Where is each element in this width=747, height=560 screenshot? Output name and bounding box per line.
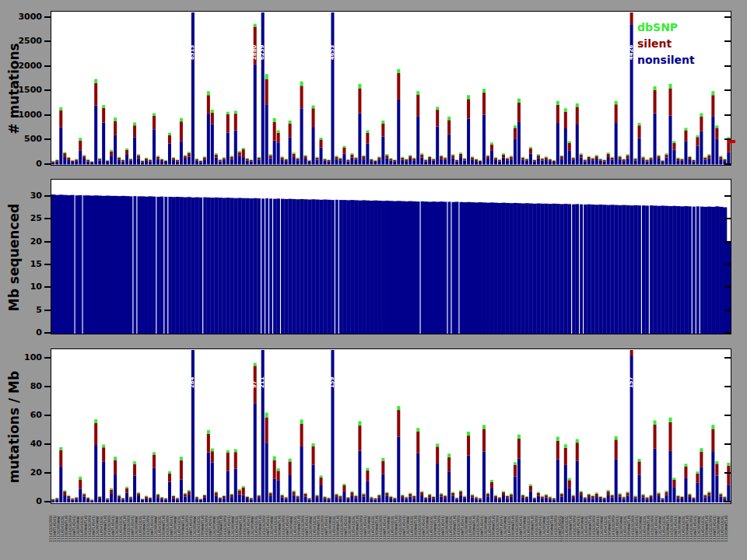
- bar-segment: [715, 128, 718, 138]
- bar-segment: [207, 95, 210, 114]
- bar-segment: [296, 199, 300, 334]
- bar-segment: [90, 162, 93, 163]
- bar-segment: [654, 114, 657, 165]
- bar-segment: [327, 159, 330, 160]
- bar-segment: [254, 24, 257, 27]
- bar-segment: [506, 160, 509, 164]
- bar-segment: [370, 201, 374, 334]
- bar-segment: [502, 155, 505, 158]
- bar-segment: [401, 201, 405, 334]
- legend-item-nonsilent: nonsilent: [637, 52, 695, 68]
- bar-segment: [362, 493, 365, 494]
- bar-segment: [475, 497, 478, 499]
- axis-tick: [724, 218, 731, 219]
- bar-segment: [219, 198, 223, 334]
- bar-segment: [168, 474, 171, 481]
- bar-segment: [668, 418, 672, 422]
- bar-segment: [156, 494, 160, 495]
- bar-segment: [420, 155, 423, 158]
- bar-segment: [502, 491, 505, 492]
- bar-segment: [595, 492, 598, 493]
- bar-segment: [180, 457, 183, 460]
- bar-segment: [475, 202, 479, 334]
- bar-segment: [440, 494, 443, 496]
- bar-segment: [381, 124, 384, 137]
- axis-tick-label: 100: [9, 352, 42, 362]
- bar-segment: [537, 204, 541, 334]
- bar-segment: [606, 205, 610, 334]
- bar-segment: [168, 135, 171, 144]
- bar-segment: [180, 460, 183, 480]
- bar-segment: [688, 497, 691, 502]
- bar-segment: [296, 495, 300, 496]
- bar-segment: [576, 461, 579, 502]
- bar-segment: [646, 498, 649, 499]
- bar-segment: [164, 498, 167, 499]
- bar-segment: [479, 162, 482, 164]
- rate-bars-canvas: 28497211159157: [51, 349, 731, 503]
- bar-segment: [622, 499, 626, 502]
- bar-segment: [420, 492, 423, 495]
- bar-segment: [285, 499, 288, 502]
- bar-segment: [451, 158, 454, 164]
- bar-segment: [432, 159, 435, 159]
- axis-tick: [724, 386, 731, 387]
- bar-segment: [475, 159, 478, 159]
- bar-segment: [700, 467, 703, 502]
- bar-segment: [153, 116, 156, 130]
- bar-segment: [106, 500, 109, 502]
- bar-segment: [405, 499, 408, 502]
- bar-segment: [346, 498, 349, 499]
- bar-segment: [622, 161, 626, 164]
- bar-segment: [397, 406, 400, 410]
- bar-segment: [412, 201, 416, 334]
- bar-segment: [416, 201, 420, 334]
- bar-segment: [700, 452, 703, 467]
- bar-segment: [230, 497, 233, 502]
- bar-segment: [241, 198, 245, 334]
- bar-segment: [331, 12, 334, 165]
- bar-segment: [389, 496, 392, 497]
- bar-segment: [246, 158, 249, 159]
- bar-segment: [521, 160, 524, 165]
- bar-segment: [549, 204, 552, 334]
- bar-segment: [416, 428, 419, 431]
- bar-segment: [665, 153, 668, 155]
- bar-segment: [591, 205, 594, 334]
- bar-segment: [316, 157, 319, 158]
- bar-segment: [680, 206, 684, 334]
- bar-segment: [482, 114, 486, 164]
- bar-segment: [650, 157, 653, 158]
- bar-segment: [397, 69, 400, 73]
- bar-segment: [626, 492, 630, 492]
- bar-segment: [482, 93, 486, 114]
- bar-segment: [137, 196, 141, 334]
- bar-segment: [258, 158, 261, 160]
- bar-segment: [75, 499, 78, 502]
- bar-segment: [377, 495, 381, 495]
- bar-segment: [471, 202, 475, 334]
- bar-segment: [335, 495, 338, 497]
- bar-segment: [703, 495, 707, 498]
- bar-segment: [195, 161, 198, 165]
- bar-segment: [362, 159, 365, 164]
- bar-segment: [207, 114, 210, 164]
- bar-segment: [638, 474, 641, 502]
- bar-segment: [672, 206, 676, 334]
- bar-segment: [230, 198, 233, 334]
- bar-segment: [517, 122, 521, 165]
- bar-segment: [149, 196, 153, 334]
- bar-segment: [424, 498, 427, 499]
- axis-tick: [44, 195, 51, 197]
- bar-segment: [638, 459, 641, 461]
- axis-tick-label: 0: [9, 159, 42, 169]
- bar-segment: [552, 204, 556, 334]
- bar-segment: [692, 497, 695, 498]
- bar-segment: [164, 500, 167, 502]
- bar-segment: [188, 156, 191, 164]
- bar-segment: [160, 159, 163, 161]
- bar-segment: [479, 202, 482, 334]
- bar-segment: [145, 159, 148, 161]
- bar-segment: [207, 453, 210, 502]
- bar-segment: [642, 495, 645, 497]
